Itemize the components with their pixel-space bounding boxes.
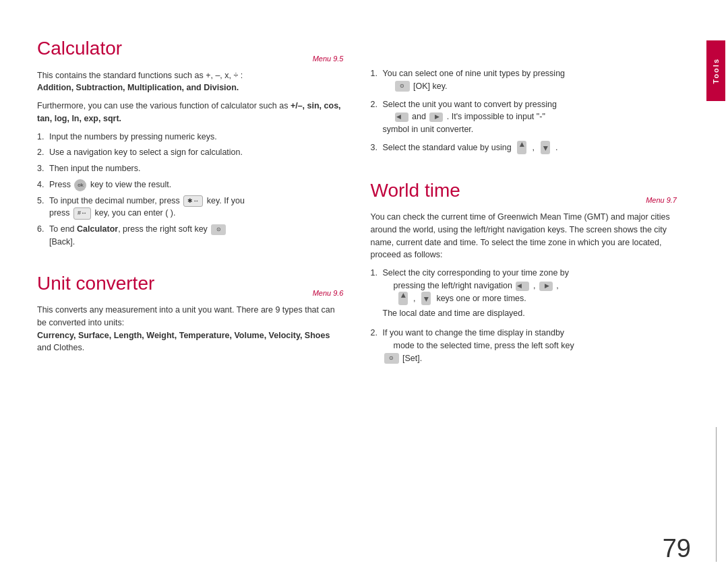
wt-nav-left-icon xyxy=(516,282,529,291)
calculator-title: Calculator xyxy=(37,37,122,60)
nav-left-icon xyxy=(395,112,408,122)
calculator-menu: Menu 9.5 xyxy=(313,55,344,63)
world-time-steps: 1. Select the city corresponding to your… xyxy=(371,267,677,364)
sidebar-tools-label: Tools xyxy=(712,58,720,84)
wt-nav-right-icon xyxy=(539,282,553,291)
calculator-intro2: Furthermore, you can use the various fun… xyxy=(37,100,344,125)
world-time-title: World time xyxy=(371,179,460,202)
unit-step-1: 1. You can select one of nine unit types… xyxy=(371,67,677,93)
calc-step-5: 5. To input the decimal number, press ✱↔… xyxy=(37,195,344,220)
unit-steps-list: 1. You can select one of nine unit types… xyxy=(371,67,677,154)
calculator-steps: 1. Input the numbers by pressing numeric… xyxy=(37,131,344,249)
world-time-intro: You can check the current time of Greenw… xyxy=(371,211,677,261)
world-step-1: 1. Select the city corresponding to your… xyxy=(371,267,677,320)
page-container: Calculator Menu 9.5 This contains the st… xyxy=(0,0,728,582)
world-time-section: World time Menu 9.7 You can check the cu… xyxy=(371,179,677,368)
nav-right-icon xyxy=(429,112,443,122)
right-column: 1. You can select one of nine unit types… xyxy=(371,37,677,555)
wt-nav-up-icon xyxy=(398,292,408,305)
ok-icon: ok xyxy=(74,179,86,191)
calc-step-4: 4. Press ok key to view the result. xyxy=(37,179,344,191)
unit-converter-menu: Menu 9.6 xyxy=(313,289,344,297)
unit-converter-body: This converts any measurement into a uni… xyxy=(37,304,344,354)
sidebar: Tools xyxy=(704,0,728,582)
calculator-section: Calculator Menu 9.5 This contains the st… xyxy=(37,37,344,252)
world-step-2: 2. If you want to change the time displa… xyxy=(371,327,677,364)
unit-step-3: 3. Select the standard value by using , … xyxy=(371,141,677,154)
unit-step-2: 2. Select the unit you want to convert b… xyxy=(371,98,677,136)
calc-step-3: 3. Then input the numbers. xyxy=(37,162,344,175)
world-time-menu: Menu 9.7 xyxy=(646,196,677,204)
unit-converter-section: Unit converter Menu 9.6 This converts an… xyxy=(37,272,344,360)
hash-key-icon: #↔ xyxy=(73,207,91,220)
unit-converter-steps: 1. You can select one of nine unit types… xyxy=(371,67,677,158)
calc-step-6: 6. To end Calculator, press the right so… xyxy=(37,223,344,249)
nav-down-icon xyxy=(541,141,550,154)
back-softkey-icon: ⊙ xyxy=(211,224,226,235)
calc-step-1: 1. Input the numbers by pressing numeric… xyxy=(37,131,344,143)
main-content: Calculator Menu 9.5 This contains the st… xyxy=(0,0,704,582)
world-time-header: World time Menu 9.7 xyxy=(371,179,677,205)
wt-nav-down-icon xyxy=(421,292,431,305)
sidebar-tools-bar: Tools xyxy=(706,40,725,101)
star-key-icon: ✱↔ xyxy=(183,195,203,207)
left-column: Calculator Menu 9.5 This contains the st… xyxy=(37,37,344,555)
ok-circle-icon: ⊙ xyxy=(395,81,410,92)
calculator-header: Calculator Menu 9.5 xyxy=(37,37,344,63)
unit-converter-header: Unit converter Menu 9.6 xyxy=(37,272,344,298)
page-number: 79 xyxy=(663,534,691,563)
sidebar-line xyxy=(716,427,717,562)
calculator-intro1: This contains the standard functions suc… xyxy=(37,69,344,95)
calc-step-2: 2. Use a navigation key to select a sign… xyxy=(37,146,344,159)
nav-up-icon xyxy=(517,141,526,154)
unit-converter-title: Unit converter xyxy=(37,272,154,295)
set-softkey-icon: ⊙ xyxy=(384,353,399,364)
